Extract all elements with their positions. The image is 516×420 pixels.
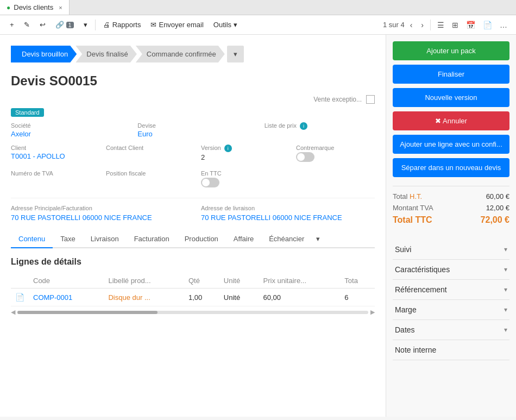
devise-value[interactable]: Euro (137, 130, 248, 138)
email-button[interactable]: ✉ Envoyer email (146, 18, 207, 31)
societe-value[interactable]: Axelor (11, 130, 121, 138)
stepper-more-button[interactable]: ▾ (227, 46, 244, 62)
address-livr-label: Adresse de livraison (201, 205, 375, 211)
field-client: Client T0001 - APOLLO (11, 145, 90, 164)
step-finalise[interactable]: Devis finalisé (75, 46, 137, 62)
col-unite: Unité (219, 273, 259, 289)
print-icon: 🖨 (103, 21, 110, 29)
email-icon: ✉ (150, 21, 156, 29)
field-row-3: Numéro de TVA Position fiscale En TTC (11, 170, 375, 189)
accordion-suivi-header[interactable]: Suivi ▾ (393, 240, 509, 259)
toolbar-divider-2 (430, 20, 431, 30)
version-label: Version i (201, 145, 280, 152)
outils-button[interactable]: Outils ▾ (209, 18, 242, 31)
field-contremarque: Contremarque (296, 145, 375, 164)
montant-tva-label: Montant TVA (393, 204, 433, 212)
contremarque-toggle[interactable] (296, 152, 314, 162)
rapports-button[interactable]: 🖨 Rapports (99, 18, 146, 31)
field-devise: Devise Euro (137, 122, 248, 138)
accordion-referencement-header[interactable]: Référencement ▾ (393, 280, 509, 299)
address-livr-value[interactable]: 70 RUE PASTORELLI 06000 NICE FRANCE (201, 214, 375, 222)
view-cal-button[interactable]: 📅 (463, 20, 479, 30)
view-list-button[interactable]: ☰ (434, 20, 448, 30)
row-prix: 60,00 (259, 289, 341, 306)
scroll-right-arrow[interactable]: ▶ (370, 309, 375, 316)
link-button[interactable]: 🔗 1 (51, 18, 78, 31)
tab-more-button[interactable]: ▾ (312, 230, 324, 247)
total-ht-value: 60,00 € (486, 192, 509, 200)
total-ht-label: Total H.T. (393, 192, 422, 200)
tab-echeancier[interactable]: Échéancier (261, 230, 312, 248)
step-brouillon[interactable]: Devis brouillon (11, 46, 77, 62)
document-icon: 📄 (15, 293, 24, 302)
field-row-2: Client T0001 - APOLLO Contact Client Ver… (11, 145, 375, 164)
table-row[interactable]: 📄 COMP-0001 Disque dur ... 1,00 Unité 60… (11, 289, 375, 306)
view-grid-button[interactable]: ⊞ (449, 20, 462, 30)
edit-button[interactable]: ✎ (20, 18, 34, 31)
fields-section-1: Société Axelor Devise Euro Liste de prix… (11, 122, 375, 189)
toolbar-divider-1 (95, 20, 96, 30)
client-label: Client (11, 145, 90, 151)
address-livraison: Adresse de livraison 70 RUE PASTORELLI 0… (201, 205, 375, 222)
view-doc-button[interactable]: 📄 (480, 20, 495, 30)
col-libelle: Libellé prod... (104, 273, 184, 289)
devis-clients-tab[interactable]: ● Devis clients × (0, 0, 70, 15)
tab-affaire[interactable]: Affaire (226, 230, 261, 248)
row-code: COMP-0001 (29, 289, 104, 306)
accordion-marge-header[interactable]: Marge ▾ (393, 300, 509, 319)
scroll-left-arrow[interactable]: ◀ (11, 309, 15, 316)
add-button[interactable]: + (5, 18, 18, 31)
undo-button[interactable]: ↩ (35, 18, 50, 31)
step-commande[interactable]: Commande confirmée (136, 46, 225, 62)
lines-table: Code Libellé prod... Qté Unité Prix unit… (11, 273, 375, 306)
outils-label: Outils (213, 21, 231, 29)
chevron-down-icon: ▾ (504, 246, 507, 253)
content-tab-nav: Contenu Taxe Livraison Facturation Produ… (11, 230, 375, 248)
row-icon: 📄 (11, 289, 29, 306)
vente-exception-checkbox[interactable] (366, 95, 375, 104)
annuler-button[interactable]: ✖ Annuler (393, 111, 509, 130)
ajouter-ligne-button[interactable]: Ajouter une ligne avec un confi... (393, 135, 509, 154)
dropdown-toggle-button[interactable]: ▾ (79, 18, 92, 31)
version-value: 2 (201, 153, 280, 161)
liste-prix-label: Liste de prix i (265, 122, 375, 130)
accordion-referencement: Référencement ▾ (393, 280, 509, 300)
address-facturation: Adresse Principale/Facturation 70 RUE PA… (11, 205, 185, 222)
field-en-ttc: En TTC (201, 170, 280, 189)
toolbar-nav: 1 sur 4 ‹ › (383, 20, 427, 30)
tab-production[interactable]: Production (177, 230, 226, 248)
separer-button[interactable]: Séparer dans un nouveau devis (393, 158, 509, 177)
tab-livraison[interactable]: Livraison (83, 230, 127, 248)
tab-label: Devis clients (14, 3, 53, 11)
field-contact: Contact Client (106, 145, 185, 164)
tab-taxe[interactable]: Taxe (53, 230, 83, 248)
table-scrollbar[interactable]: ◀ ▶ (11, 306, 375, 318)
tab-contenu[interactable]: Contenu (11, 230, 53, 248)
accordion-dates-header[interactable]: Dates ▾ (393, 320, 509, 340)
dropdown-arrow-icon: ▾ (84, 21, 87, 29)
field-version: Version i 2 (201, 145, 280, 164)
address-fact-label: Adresse Principale/Facturation (11, 205, 185, 211)
view-more-button[interactable]: … (496, 20, 511, 30)
add-icon: + (10, 21, 14, 29)
nav-prev-button[interactable]: ‹ (407, 20, 416, 30)
accordion-note-interne-header[interactable]: Note interne (393, 340, 509, 360)
nav-next-button[interactable]: › (418, 20, 427, 30)
accordion-caracteristiques-header[interactable]: Caractéristiques ▾ (393, 260, 509, 279)
societe-label: Société (11, 122, 121, 129)
tab-close-button[interactable]: × (59, 4, 62, 11)
liste-prix-info-icon: i (300, 122, 307, 130)
client-value[interactable]: T0001 - APOLLO (11, 152, 90, 160)
nav-current: 1 sur 4 (383, 21, 405, 29)
row-qte: 1,00 (184, 289, 219, 306)
address-fact-value[interactable]: 70 RUE PASTORELLI 06000 NICE FRANCE (11, 214, 185, 222)
scroll-track[interactable] (17, 311, 368, 314)
nouvelle-version-button[interactable]: Nouvelle version (393, 88, 509, 107)
tab-facturation[interactable]: Facturation (127, 230, 177, 248)
badge-label: Standard (11, 108, 44, 117)
table-wrapper: Code Libellé prod... Qté Unité Prix unit… (11, 273, 375, 306)
en-ttc-label: En TTC (201, 170, 280, 177)
en-ttc-toggle[interactable] (201, 178, 219, 187)
ajouter-pack-button[interactable]: Ajouter un pack (393, 41, 509, 60)
finaliser-button[interactable]: Finaliser (393, 65, 509, 84)
